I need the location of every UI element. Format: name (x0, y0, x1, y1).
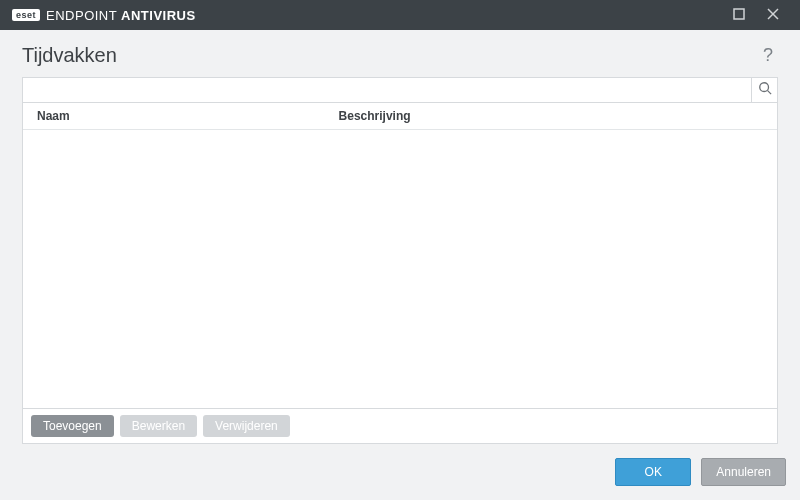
edit-button: Bewerken (120, 415, 197, 437)
cancel-button[interactable]: Annuleren (701, 458, 786, 486)
timeslots-table: Naam Beschrijving (22, 103, 778, 409)
content-area: Naam Beschrijving Toevoegen Bewerken Ver… (0, 77, 800, 444)
svg-line-4 (767, 91, 771, 95)
dialog-footer: OK Annuleren (0, 444, 800, 500)
delete-button: Verwijderen (203, 415, 290, 437)
table-body (23, 130, 777, 408)
brand-text-light: ENDPOINT (46, 8, 121, 23)
maximize-icon (733, 6, 745, 24)
column-header-description[interactable]: Beschrijving (325, 103, 777, 129)
maximize-button[interactable] (722, 0, 756, 30)
svg-rect-0 (734, 9, 744, 19)
add-button[interactable]: Toevoegen (31, 415, 114, 437)
close-button[interactable] (756, 0, 790, 30)
page-header: Tijdvakken ? (0, 30, 800, 77)
table-header: Naam Beschrijving (23, 103, 777, 130)
search-input[interactable] (22, 77, 752, 103)
brand-text-bold: ANTIVIRUS (121, 8, 196, 23)
table-actions: Toevoegen Bewerken Verwijderen (22, 409, 778, 444)
brand-text: ENDPOINT ANTIVIRUS (46, 8, 196, 23)
close-icon (767, 6, 779, 24)
column-header-name[interactable]: Naam (23, 103, 325, 129)
ok-button[interactable]: OK (615, 458, 691, 486)
search-icon (758, 81, 772, 99)
help-button[interactable]: ? (758, 45, 778, 66)
brand-badge: eset (12, 9, 40, 21)
search-button[interactable] (752, 77, 778, 103)
page-title: Tijdvakken (22, 44, 758, 67)
search-row (22, 77, 778, 103)
svg-point-3 (759, 83, 768, 92)
titlebar: eset ENDPOINT ANTIVIRUS (0, 0, 800, 30)
brand: eset ENDPOINT ANTIVIRUS (12, 8, 196, 23)
